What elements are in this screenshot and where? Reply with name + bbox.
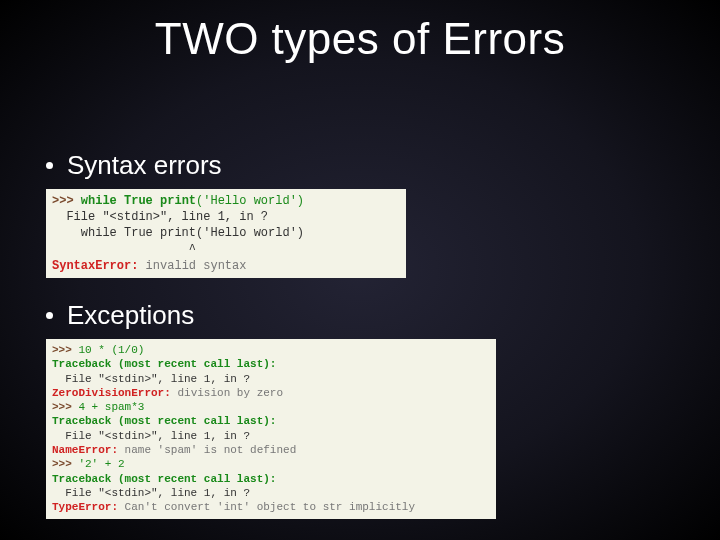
code-error-msg: Can't convert 'int' object to str implic… <box>118 501 415 513</box>
code-block-exceptions: >>> 10 * (1/0) Traceback (most recent ca… <box>46 339 496 519</box>
code-line: while True print('Hello world') <box>52 226 304 240</box>
code-error-class: TypeError: <box>52 501 118 513</box>
code-line: File "<stdin>", line 1, in ? <box>52 373 250 385</box>
slide-content: Syntax errors >>> while True print('Hell… <box>46 150 690 519</box>
bullet-label: Exceptions <box>67 300 194 331</box>
code-line: File "<stdin>", line 1, in ? <box>52 487 250 499</box>
code-prompt: >>> <box>52 194 81 208</box>
code-traceback: Traceback (most recent call last): <box>52 473 276 485</box>
code-error-msg: division by zero <box>171 387 283 399</box>
bullet-syntax-errors: Syntax errors <box>46 150 690 181</box>
slide-title: TWO types of Errors <box>0 14 720 64</box>
code-literal: '2' + 2 <box>78 458 124 470</box>
code-line: File "<stdin>", line 1, in ? <box>52 210 268 224</box>
code-error-class: NameError: <box>52 444 118 456</box>
bullet-label: Syntax errors <box>67 150 222 181</box>
code-literal: ('Hello world') <box>196 194 304 208</box>
bullet-icon <box>46 312 53 319</box>
bullet-icon <box>46 162 53 169</box>
code-literal: 4 + spam*3 <box>78 401 144 413</box>
code-line: File "<stdin>", line 1, in ? <box>52 430 250 442</box>
slide: TWO types of Errors Syntax errors >>> wh… <box>0 0 720 540</box>
code-error-msg: name 'spam' is not defined <box>118 444 296 456</box>
code-error-class: SyntaxError: <box>52 259 138 273</box>
code-prompt: >>> <box>52 401 78 413</box>
bullet-exceptions: Exceptions <box>46 300 690 331</box>
code-error-class: ZeroDivisionError: <box>52 387 171 399</box>
code-traceback: Traceback (most recent call last): <box>52 415 276 427</box>
code-caret: ^ <box>52 243 196 257</box>
code-prompt: >>> <box>52 458 78 470</box>
code-error-msg: invalid syntax <box>138 259 246 273</box>
code-traceback: Traceback (most recent call last): <box>52 358 276 370</box>
code-keyword: while True print <box>81 194 196 208</box>
code-literal: 10 * (1/0) <box>78 344 144 356</box>
code-block-syntax-error: >>> while True print('Hello world') File… <box>46 189 406 278</box>
code-prompt: >>> <box>52 344 78 356</box>
